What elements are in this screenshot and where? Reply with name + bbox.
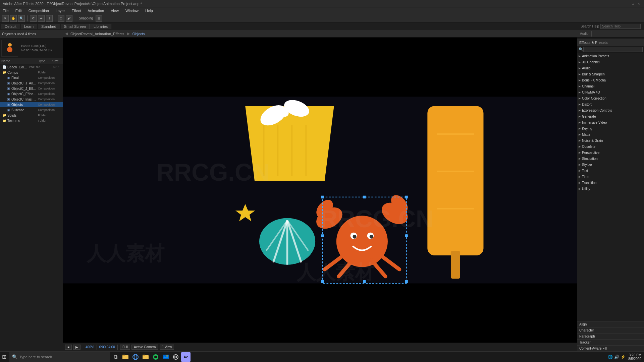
item-name: Final xyxy=(11,76,37,80)
tracker-section[interactable]: Tracker xyxy=(577,339,644,345)
taskbar-file-explorer[interactable] xyxy=(121,352,130,362)
menu-help[interactable]: Help xyxy=(144,8,154,13)
effect-category-item[interactable]: ▶Text xyxy=(577,168,644,174)
project-item[interactable]: ▣ObjectC_Effects_InstaComposition xyxy=(0,91,63,97)
content-aware-fill-section[interactable]: Content-Aware Fill xyxy=(577,345,644,351)
taskbar-folder[interactable] xyxy=(141,352,150,362)
effect-category-item[interactable]: ▶Animation Presets xyxy=(577,53,644,59)
breadcrumb-active-comp[interactable]: Objects xyxy=(132,32,145,36)
project-item[interactable]: ▣FinalComposition xyxy=(0,75,63,80)
maximize-button[interactable]: □ xyxy=(631,1,635,6)
effect-category-item[interactable]: ▶Blur & Sharpen xyxy=(577,71,644,77)
project-item[interactable]: 📁TexturesFolder xyxy=(0,118,63,123)
viewer-sep-3 xyxy=(117,345,118,350)
taskbar-photos[interactable] xyxy=(161,352,170,362)
item-icon: 📁 xyxy=(2,119,6,123)
effect-category-item[interactable]: ▶Expression Controls xyxy=(577,107,644,113)
project-item[interactable]: ▣SuitcaseComposition xyxy=(0,107,63,113)
project-item[interactable]: ▣ObjectC_J_EffectsComposition xyxy=(0,86,63,91)
taskbar-settings[interactable] xyxy=(171,352,180,362)
menu-view[interactable]: View xyxy=(109,8,120,13)
effect-category-item[interactable]: ▶CINEMA 4D xyxy=(577,89,644,95)
effect-category-item[interactable]: ▶Stylize xyxy=(577,162,644,168)
taskbar-music[interactable] xyxy=(151,352,160,362)
workspace-tab-standard[interactable]: Standard xyxy=(38,24,60,29)
item-type: Composition xyxy=(38,81,61,85)
close-button[interactable]: ✕ xyxy=(637,1,641,6)
effect-category-item[interactable]: ▶Color Correction xyxy=(577,95,644,101)
project-item[interactable]: ▣ObjectsComposition xyxy=(0,102,63,107)
menu-file[interactable]: File xyxy=(1,8,10,13)
menu-layer[interactable]: Layer xyxy=(54,8,66,13)
category-arrow: ▶ xyxy=(579,61,581,64)
views-btn[interactable]: 1 View xyxy=(160,345,174,350)
effects-search-input[interactable] xyxy=(583,47,643,52)
zoom-tool[interactable]: 🔍 xyxy=(18,15,25,22)
preview-canvas[interactable]: RRCG.CN RRCG.CN 人人素材 人人素材 xyxy=(63,38,577,343)
camera-btn[interactable]: Active Camera xyxy=(131,345,158,350)
workspace-tab-default[interactable]: Default xyxy=(1,24,20,29)
search-help-input[interactable] xyxy=(600,24,641,29)
character-section[interactable]: Character xyxy=(577,327,644,333)
tray-battery[interactable]: ⚡ xyxy=(621,355,626,359)
minimize-button[interactable]: ─ xyxy=(625,1,629,6)
paint-tool[interactable]: 🖌 xyxy=(66,15,72,22)
menu-composition[interactable]: Composition xyxy=(27,8,50,13)
tray-network[interactable]: 🌐 xyxy=(608,355,613,359)
viewer-reset[interactable]: ■ xyxy=(65,345,72,350)
task-view-button[interactable]: ⧉ xyxy=(111,353,119,361)
menu-effect[interactable]: Effect xyxy=(70,8,82,13)
resolution-btn[interactable]: Full xyxy=(120,345,130,350)
workspace-tab-libraries[interactable]: Libraries xyxy=(90,24,111,29)
effect-category-item[interactable]: ▶Boris FX Mocha xyxy=(577,77,644,83)
effect-category-item[interactable]: ▶Transition xyxy=(577,180,644,186)
category-label: Matte xyxy=(582,133,590,136)
effect-category-item[interactable]: ▶Distort xyxy=(577,101,644,107)
snapping-toggle[interactable]: ⊞ xyxy=(96,15,102,22)
align-section[interactable]: Align xyxy=(577,321,644,327)
svg-point-1 xyxy=(7,47,12,52)
effect-category-item[interactable]: ▶Matte xyxy=(577,131,644,137)
effect-category-item[interactable]: ▶Generate xyxy=(577,113,644,119)
taskbar-search-box[interactable]: 🔍 Type here to search xyxy=(9,352,110,362)
project-item[interactable]: 📄Beach_Colors.jpgPNG file57 ↑ xyxy=(0,64,63,70)
select-tool[interactable]: ↖ xyxy=(2,15,9,22)
audio-tab[interactable]: Audio xyxy=(577,31,592,37)
project-item[interactable]: ▣ObjectC_J_AnimationComposition xyxy=(0,80,63,86)
effect-category-item[interactable]: ▶Time xyxy=(577,174,644,180)
tray-volume[interactable]: 🔊 xyxy=(614,355,619,359)
effect-category-item[interactable]: ▶Perspective xyxy=(577,149,644,156)
text-tool[interactable]: T xyxy=(46,15,53,22)
shape-tool[interactable]: □ xyxy=(58,15,64,22)
taskbar-browser[interactable] xyxy=(131,352,140,362)
rotate-tool[interactable]: ↺ xyxy=(30,15,37,22)
menu-window[interactable]: Window xyxy=(124,8,140,13)
menu-edit[interactable]: Edit xyxy=(14,8,23,13)
timecode: 0:00:04:00 xyxy=(99,345,115,349)
effect-category-item[interactable]: ▶Obsolete xyxy=(577,143,644,149)
effect-category-item[interactable]: ▶3D Channel xyxy=(577,59,644,65)
effect-category-item[interactable]: ▶Noise & Grain xyxy=(577,137,644,143)
effect-category-item[interactable]: ▶Audio xyxy=(577,65,644,71)
hand-tool[interactable]: ✋ xyxy=(10,15,17,22)
taskbar-ae[interactable]: Ae xyxy=(181,352,191,362)
paragraph-section[interactable]: Paragraph xyxy=(577,333,644,339)
workspace-tab-learn[interactable]: Learn xyxy=(21,24,37,29)
effect-category-item[interactable]: ▶Immersive Video xyxy=(577,119,644,125)
effect-category-item[interactable]: ▶Utility xyxy=(577,186,644,192)
effect-category-item[interactable]: ▶Simulation xyxy=(577,156,644,162)
viewer-play[interactable]: ▶ xyxy=(73,345,80,350)
pen-tool[interactable]: ✒ xyxy=(38,15,45,22)
effect-category-item[interactable]: ▶Channel xyxy=(577,83,644,89)
breadcrumb-comp[interactable]: ObjectReveal_Animation_Effects xyxy=(70,32,124,36)
effect-category-item[interactable]: ▶Keying xyxy=(577,125,644,131)
project-item[interactable]: ▣ObjectC_Inasion_MaskComposition xyxy=(0,97,63,102)
item-type: PNG file xyxy=(29,65,52,69)
project-item[interactable]: 📁CompsFolder xyxy=(0,70,63,75)
title-bar: Adobe After Effects 2020 - E:\ObjectReve… xyxy=(0,0,644,7)
category-arrow: ▶ xyxy=(579,55,581,58)
project-item[interactable]: 📁SolidsFolder xyxy=(0,113,63,118)
menu-animation[interactable]: Animation xyxy=(86,8,105,13)
start-button[interactable]: ⊞ xyxy=(0,353,8,361)
workspace-tab-smallscreen[interactable]: Small Screen xyxy=(61,24,90,29)
